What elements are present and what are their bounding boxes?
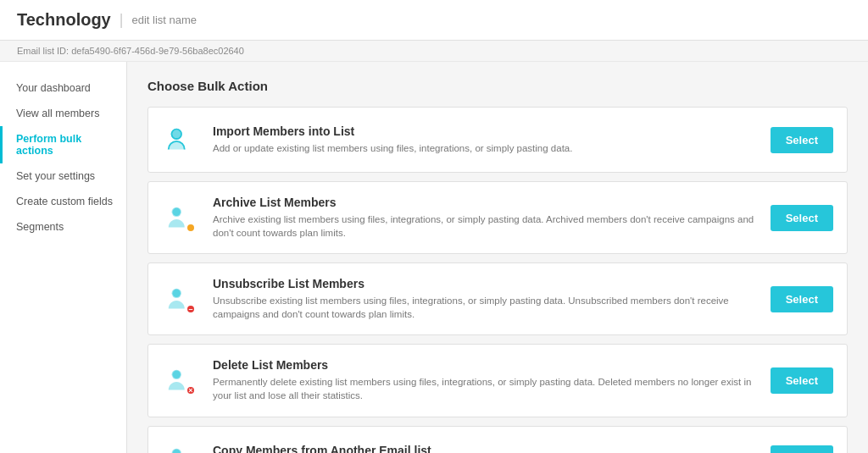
unsubscribe-select-button[interactable]: Select [771,286,833,312]
title-separator: | [120,11,124,29]
unsubscribe-icon: – [162,280,199,318]
import-desc: Add or update existing list members usin… [213,141,757,155]
svg-point-6 [173,290,181,298]
archive-title: Archive List Members [213,196,757,209]
sidebar-item-view-members[interactable]: View all members [0,101,126,126]
action-card-delete: × Delete List Members Permanently delete… [147,344,848,417]
delete-desc: Permanently delete existing list members… [213,375,757,402]
archive-select-button[interactable]: Select [771,205,833,231]
delete-icon: × [162,362,199,399]
main-layout: Your dashboard View all members Perform … [0,62,868,453]
unsubscribe-title: Unsubscribe List Members [213,277,757,290]
archive-text: Archive List Members Archive existing li… [213,196,757,240]
sidebar-item-segments[interactable]: Segments [0,214,126,240]
action-card-archive: Archive List Members Archive existing li… [147,181,848,254]
delete-text: Delete List Members Permanently delete e… [213,358,757,402]
import-icon [162,121,199,158]
import-select-button[interactable]: Select [771,127,833,153]
unsubscribe-text: Unsubscribe List Members Unsubscribe exi… [213,277,757,321]
svg-point-4 [173,208,181,217]
copy-text: Copy Members from Another Email list Add… [213,444,757,453]
import-title: Import Members into List [213,124,757,138]
archive-icon [162,199,199,236]
copy-title: Copy Members from Another Email list [213,444,757,453]
unsubscribe-desc: Unsubscribe existing list members using … [213,294,757,321]
sidebar-item-custom-fields[interactable]: Create custom fields [0,189,126,214]
sidebar: Your dashboard View all members Perform … [0,62,127,453]
import-text: Import Members into List Add or update e… [213,124,757,155]
page-title: Technology [17,10,111,30]
svg-point-8 [173,371,181,379]
delete-title: Delete List Members [213,358,757,372]
section-title: Choose Bulk Action [147,79,848,93]
delete-select-button[interactable]: Select [771,367,833,394]
email-id-label: Email list ID: defa5490-6f67-456d-9e79-5… [17,46,244,56]
email-id-bar: Email list ID: defa5490-6f67-456d-9e79-5… [0,41,868,62]
top-bar: Technology | edit list name [0,0,868,41]
copy-select-button[interactable]: Select [771,445,833,453]
sidebar-item-settings[interactable]: Set your settings [0,163,126,189]
sidebar-item-bulk-actions[interactable]: Perform bulk actions [0,126,126,163]
action-card-copy: Copy Members from Another Email list Add… [147,426,848,453]
copy-icon [162,440,199,453]
action-card-import: Import Members into List Add or update e… [147,107,848,173]
archive-desc: Archive existing list members using file… [213,213,757,240]
svg-point-2 [173,130,181,139]
sidebar-item-dashboard[interactable]: Your dashboard [0,75,126,101]
action-card-unsubscribe: – Unsubscribe List Members Unsubscribe e… [147,262,848,335]
content-area: Choose Bulk Action Import Members into L… [127,62,868,453]
edit-list-name-link[interactable]: edit list name [131,14,197,26]
